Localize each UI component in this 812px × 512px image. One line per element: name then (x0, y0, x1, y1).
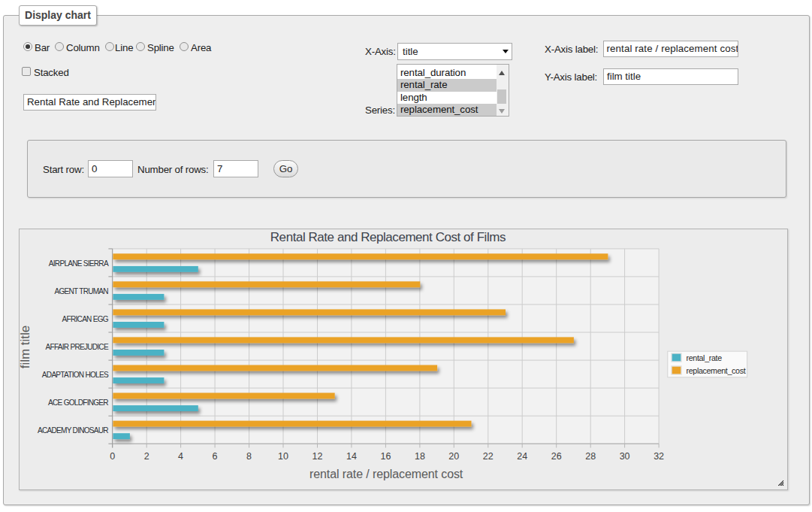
svg-text:12: 12 (312, 451, 323, 462)
svg-text:24: 24 (517, 451, 527, 462)
svg-text:10: 10 (278, 451, 288, 462)
svg-text:28: 28 (585, 451, 596, 462)
svg-text:AGENT TRUMAN: AGENT TRUMAN (55, 287, 109, 295)
svg-text:film title: film title (20, 326, 32, 369)
svg-text:8: 8 (246, 451, 252, 462)
svg-text:rental rate / replacement cost: rental rate / replacement cost (309, 468, 463, 480)
svg-text:18: 18 (415, 451, 425, 462)
svg-text:6: 6 (213, 451, 218, 462)
svg-text:ADAPTATION HOLES: ADAPTATION HOLES (42, 371, 109, 379)
svg-text:2: 2 (144, 451, 149, 462)
svg-text:ACADEMY DINOSAUR: ACADEMY DINOSAUR (38, 426, 108, 435)
svg-text:16: 16 (380, 451, 391, 462)
svg-text:Rental Rate and Replacement Co: Rental Rate and Replacement Cost of Film… (270, 230, 506, 244)
svg-text:rental_rate: rental_rate (687, 353, 723, 362)
svg-text:22: 22 (483, 451, 494, 462)
svg-text:AFFAIR PREJUDICE: AFFAIR PREJUDICE (46, 343, 109, 351)
svg-text:20: 20 (448, 451, 459, 462)
svg-text:0: 0 (110, 451, 115, 462)
svg-text:32: 32 (654, 451, 664, 462)
svg-text:ACE GOLDFINGER: ACE GOLDFINGER (48, 398, 108, 407)
svg-text:AFRICAN EGG: AFRICAN EGG (62, 315, 109, 323)
svg-text:replacement_cost: replacement_cost (687, 366, 746, 375)
svg-text:30: 30 (620, 451, 630, 462)
svg-text:14: 14 (346, 451, 357, 462)
svg-text:AIRPLANE SIERRA: AIRPLANE SIERRA (49, 259, 109, 268)
svg-text:26: 26 (551, 451, 562, 462)
svg-text:4: 4 (178, 451, 183, 462)
